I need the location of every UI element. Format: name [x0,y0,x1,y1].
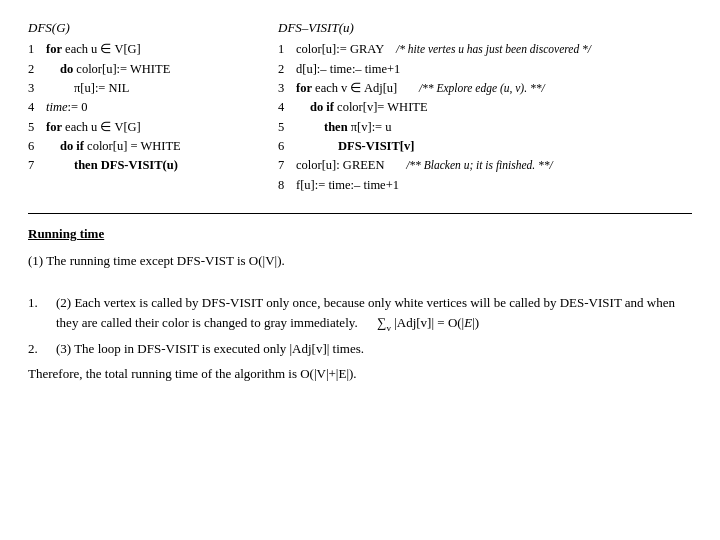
section-divider [28,213,692,214]
line-number: 7 [28,156,46,175]
point-2-row: 2. (3) The loop in DFS-VISIT is executed… [28,339,692,360]
algo-line-2: 2 do color[u]:= WHITE [28,60,268,79]
line-number: 1 [28,40,46,59]
line-number: 3 [278,79,296,98]
line-number: 4 [278,98,296,117]
algo-line-1: 1 for each u ∈ V[G] [28,40,268,59]
point-1-num: 1. [28,293,56,314]
conclusion: Therefore, the total running time of the… [28,364,692,385]
line-text: do if color[u] = WHITE [46,137,181,156]
line-number: 5 [28,118,46,137]
algo-line-4: 4 time:= 0 [28,98,268,117]
dfs-algorithm: DFS(G) 1 for each u ∈ V[G] 2 do color[u]… [28,18,268,195]
line-number: 5 [278,118,296,137]
visit-line-2: 2 d[u]:– time:– time+1 [278,60,692,79]
dfs-visit-algorithm: DFS–VISIT(u) 1 color[u]:= GRAY /* hite v… [268,18,692,195]
visit-line-6: 6 DFS-VISIT[v] [278,137,692,156]
point-zero: (1) The running time except DFS-VIST is … [28,251,692,272]
dfs-visit-title: DFS–VISIT(u) [278,18,692,38]
running-time-title: Running time [28,224,692,245]
visit-line-4: 4 do if color[v]= WHITE [278,98,692,117]
line-number: 7 [278,156,296,175]
line-number: 2 [28,60,46,79]
visit-line-3: 3 for each v ∈ Adj[u] /** Explore edge (… [278,79,692,98]
line-text: time:= 0 [46,98,87,117]
dfs-title: DFS(G) [28,18,268,38]
algo-line-3: 3 π[u]:= NIL [28,79,268,98]
line-text: for each u ∈ V[G] [46,40,141,59]
algo-line-7: 7 then DFS-VISIT(u) [28,156,268,175]
line-text: for each v ∈ Adj[u] /** Explore edge (u,… [296,79,545,98]
visit-line-7: 7 color[u]: GREEN /** Blacken u; it is f… [278,156,692,175]
algo-line-5: 5 for each u ∈ V[G] [28,118,268,137]
page: DFS(G) 1 for each u ∈ V[G] 2 do color[u]… [0,0,720,540]
line-text: f[u]:= time:– time+1 [296,176,399,195]
line-number: 4 [28,98,46,117]
line-text: d[u]:– time:– time+1 [296,60,400,79]
visit-line-8: 8 f[u]:= time:– time+1 [278,176,692,195]
point-1-row: 1. (2) Each vertex is called by DFS-VISI… [28,293,692,336]
point-2-num: 2. [28,339,56,360]
point-2-text: (3) The loop in DFS-VISIT is executed on… [56,339,692,359]
line-text: then π[v]:= u [296,118,392,137]
line-text: color[u]:= GRAY /* hite vertes u has jus… [296,40,591,59]
line-number: 6 [28,137,46,156]
line-text: π[u]:= NIL [46,79,129,98]
line-text: do color[u]:= WHITE [46,60,170,79]
line-text: then DFS-VISIT(u) [46,156,178,175]
line-text: do if color[v]= WHITE [296,98,428,117]
line-number: 3 [28,79,46,98]
algorithms-section: DFS(G) 1 for each u ∈ V[G] 2 do color[u]… [28,18,692,195]
line-number: 6 [278,137,296,156]
running-time-section: Running time (1) The running time except… [28,224,692,385]
line-number: 8 [278,176,296,195]
line-text: DFS-VISIT[v] [296,137,414,156]
visit-line-1: 1 color[u]:= GRAY /* hite vertes u has j… [278,40,692,59]
algo-line-6: 6 do if color[u] = WHITE [28,137,268,156]
line-text: for each u ∈ V[G] [46,118,141,137]
line-number: 1 [278,40,296,59]
line-text: color[u]: GREEN /** Blacken u; it is fin… [296,156,553,175]
visit-line-5: 5 then π[v]:= u [278,118,692,137]
point-1-text: (2) Each vertex is called by DFS-VISIT o… [56,293,692,336]
line-number: 2 [278,60,296,79]
